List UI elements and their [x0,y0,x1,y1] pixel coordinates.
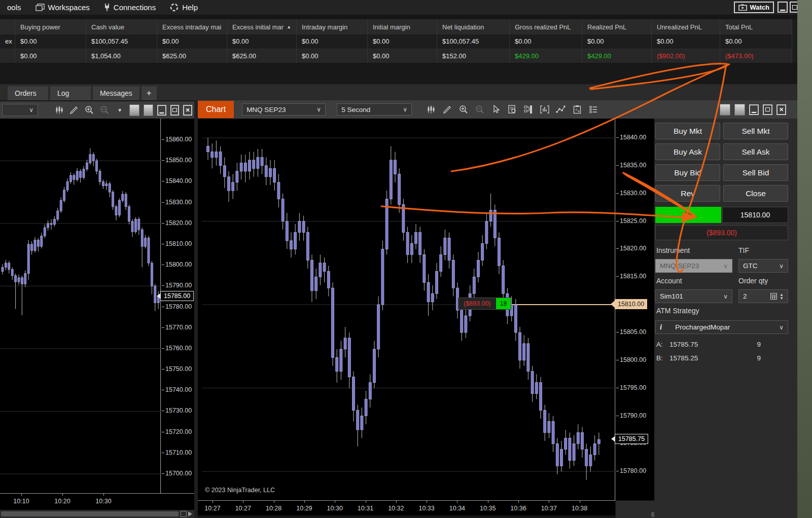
left-chart-maximize-icon[interactable] [170,105,180,116]
menu-item-help[interactable]: Help [163,0,205,15]
time-tick [243,500,243,503]
atm-strategy-select[interactable]: i ProchargedMopar ∨ [655,320,788,334]
main-chart-close-icon[interactable]: ✕ [776,104,786,115]
instrument-dropdown[interactable]: MNQ SEP23∨ [242,103,326,116]
column-header-10[interactable]: Total PnL [720,19,792,34]
main-chart-maximize-icon[interactable] [763,104,772,115]
column-header-0[interactable]: Buying power [15,19,86,34]
buy-bid-button[interactable]: Buy Bid [655,164,720,181]
column-header-6[interactable]: Net liquidation [437,19,510,34]
accounts-table[interactable]: Buying powerCash valueExcess intraday ma… [0,19,797,63]
menu-item-ools[interactable]: ools [0,0,28,15]
instrument-label: Instrument [656,246,690,254]
pencil-icon[interactable] [69,104,80,116]
column-header-1[interactable]: Cash value [86,19,157,34]
column-header-9[interactable]: Unrealized PnL [652,19,720,34]
left-chart-time-axis[interactable]: 10:1010:2010:30 [0,493,194,510]
table-row[interactable]: $0.00$1,054.00$625.00$625.00$0.00$0.00$1… [0,49,797,63]
menu-item-workspaces[interactable]: Workspaces [28,0,97,15]
bars-bracket-icon[interactable] [539,103,551,116]
candles-icon[interactable] [54,104,65,116]
left-chart-panel-button-2[interactable] [144,104,153,116]
cell-r1c9: ($902.00) [652,49,720,63]
time-tick [396,500,397,503]
panel-link-icon[interactable] [522,103,535,116]
add-tab-button[interactable]: + [142,86,157,100]
pencil-icon[interactable] [441,103,453,116]
left-toolbar-overflow-arrow[interactable]: ▼ [114,107,125,113]
column-header-3[interactable]: Excess initial mar▲ [227,19,297,34]
buy-mkt-button[interactable]: Buy Mkt [655,123,720,139]
sell-mkt-button[interactable]: Sell Mkt [723,123,788,139]
interval-dropdown[interactable]: 5 Second∨ [337,103,412,116]
bid-quote-row: B: 15785.25 9 [656,354,788,362]
entry-price-marker: 15810.00 [615,299,647,309]
tab-orders[interactable]: Orders [8,86,48,100]
list-icon[interactable] [587,103,599,116]
position-price-box[interactable]: 15810.00 [722,207,788,223]
cell-r1c10: ($473.00) [720,49,792,63]
column-header-5[interactable]: Initial margin [368,19,437,34]
watch-button[interactable]: Watch [734,2,774,13]
order-qty-stepper[interactable]: 2 ▲▼ [738,289,788,303]
price-tick-label: 15830.00 [620,190,646,197]
zoom-in-icon[interactable] [84,104,95,116]
column-header-8[interactable]: Realized PnL [582,19,652,34]
main-chart-minimize-icon[interactable]: ▁ [749,104,759,115]
position-qty-box[interactable]: 18 [655,207,721,223]
close-button[interactable]: Close [723,185,788,202]
column-header-7[interactable]: Gross realized PnL [510,19,582,34]
tif-select[interactable]: GTC∨ [738,259,788,273]
window-splitter[interactable] [194,100,198,518]
zoom-in-icon[interactable] [457,103,470,116]
main-chart-panel-button-1[interactable] [720,104,730,116]
left-chart-plot[interactable] [0,119,161,493]
left-chart-hscrollbar[interactable] [1,511,179,516]
clipboard-icon[interactable] [571,103,583,116]
buy-ask-button[interactable]: Buy Ask [655,143,720,160]
polyline-icon[interactable] [555,103,567,116]
cell-r0c5: $0.00 [368,34,437,49]
left-chart-minimize-icon[interactable]: ▁ [157,105,166,116]
left-chart-grid-button[interactable] [181,511,187,517]
left-chart-toolbar: ∨ ▼ ▁ ✕ [0,101,194,119]
rev-button[interactable]: Rev [655,185,720,202]
tab-messages[interactable]: Messages [93,86,139,100]
chart-position-flag[interactable]: ($893.00) 18 [458,298,511,310]
left-chart-play-button[interactable] [188,511,194,517]
price-tick-label: 15840.00 [165,177,192,184]
left-chart-price-axis[interactable]: 15860.0015850.0015840.0015830.0015820.00… [161,119,194,493]
main-chart-price-axis[interactable]: 15840.0015835.0015830.0015825.0015820.00… [616,119,654,500]
chart-tab[interactable]: Chart [198,101,234,118]
chart-position-pnl: ($893.00) [458,298,496,309]
tab-log[interactable]: Log [50,86,91,100]
zoom-out-icon[interactable] [99,104,110,116]
zoom-out-icon[interactable] [474,103,486,116]
column-header-2[interactable]: Excess intraday mai [157,19,227,34]
main-chart-plot[interactable]: ($893.00) 18 [202,119,615,500]
cell-r1c3: $625.00 [227,49,297,63]
cell-r1c2: $625.00 [157,49,227,63]
instrument-select[interactable]: MNQ SEP23∨ [655,259,732,273]
left-chart-selector-dropdown[interactable]: ∨ [2,104,38,116]
sell-ask-button[interactable]: Sell Ask [723,143,788,160]
left-chart-close-icon[interactable]: ✕ [183,105,192,116]
table-row[interactable]: ex$0.00$100,057.45$0.00$0.00$0.00$0.00$1… [0,34,797,49]
window-minimize-button[interactable]: ▁ [778,2,788,13]
column-header-4[interactable]: Intraday margin [297,19,368,34]
candles-icon[interactable] [425,103,437,116]
info-icon[interactable]: i [660,323,662,331]
sell-bid-button[interactable]: Sell Bid [723,164,788,181]
main-chart-time-axis[interactable]: 10:2710:2710:2810:2910:3010:3110:3210:33… [198,500,615,515]
doc-search-icon[interactable] [506,103,518,116]
cursor-icon[interactable] [490,103,502,116]
menu-item-connections[interactable]: Connections [97,0,163,15]
account-select[interactable]: Sim101∨ [655,289,732,303]
time-tick-label: 10:38 [572,505,587,512]
calculator-icon[interactable] [770,293,777,300]
time-tick [335,500,335,503]
cell-r0c0: $0.00 [15,34,86,49]
left-chart-panel-button-1[interactable] [129,104,139,116]
qty-spin-arrows[interactable]: ▲▼ [780,293,784,300]
main-chart-panel-button-2[interactable] [734,104,745,116]
